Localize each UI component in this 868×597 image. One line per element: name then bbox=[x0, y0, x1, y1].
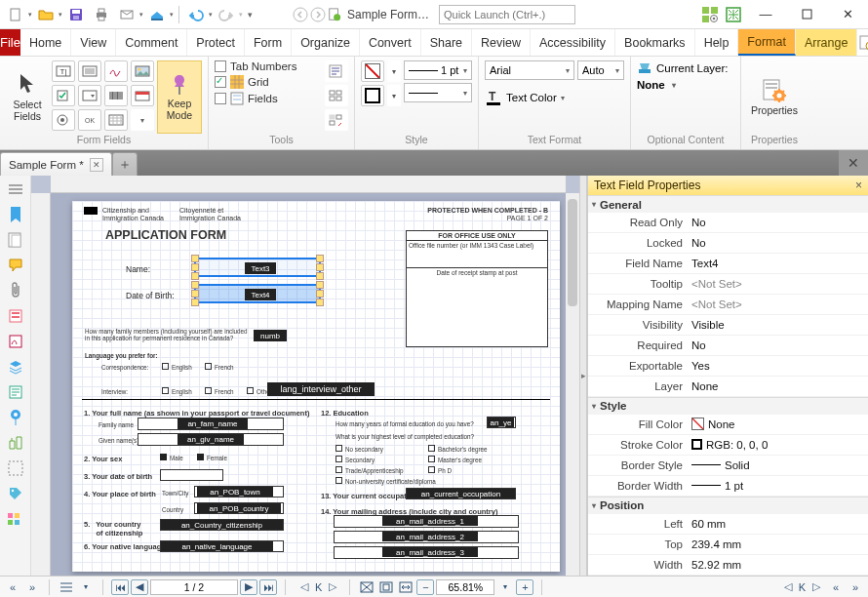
right-pane-toggle-icon[interactable]: « bbox=[827, 579, 845, 595]
redo-icon[interactable] bbox=[215, 3, 238, 26]
open-folder-icon[interactable] bbox=[34, 3, 58, 26]
prop-exportable[interactable]: ExportableYes bbox=[588, 356, 868, 377]
horizontal-ruler[interactable] bbox=[51, 176, 566, 193]
form-field-lang-interview[interactable]: lang_interview_other bbox=[267, 382, 375, 396]
barcode-tool-icon[interactable] bbox=[104, 85, 128, 106]
prop-visibility[interactable]: VisibilityVisible bbox=[588, 315, 868, 336]
tab-protect[interactable]: Protect bbox=[187, 29, 245, 56]
checkbox-icon[interactable] bbox=[335, 456, 342, 462]
checkbox-icon[interactable] bbox=[205, 387, 212, 394]
right-pane-toggle2-icon[interactable]: » bbox=[847, 579, 864, 595]
zoom-fit-icon[interactable] bbox=[377, 579, 395, 595]
font-combo[interactable]: Arial▾ bbox=[485, 60, 574, 80]
new-doc-icon[interactable] bbox=[4, 3, 27, 26]
checkbox-icon[interactable] bbox=[247, 387, 254, 394]
add-document-tab[interactable]: ＋ bbox=[112, 152, 138, 176]
form-field-giv-name[interactable]: an_giv_name bbox=[178, 434, 244, 445]
checkbox-icon[interactable] bbox=[428, 456, 435, 462]
pane-splitter[interactable]: ▸ bbox=[579, 176, 587, 576]
tab-accessibility[interactable]: Accessibility bbox=[531, 29, 615, 56]
undo-icon[interactable] bbox=[184, 3, 208, 26]
checkbox-icon[interactable] bbox=[162, 363, 169, 370]
tab-comment[interactable]: Comment bbox=[116, 29, 187, 56]
signatures-pane-icon[interactable] bbox=[6, 332, 25, 351]
prop-mapping-name[interactable]: Mapping Name<Not Set> bbox=[588, 295, 868, 315]
layers-pane-icon[interactable] bbox=[6, 357, 25, 377]
font-size-combo[interactable]: Auto▾ bbox=[577, 60, 624, 80]
tab-view[interactable]: View bbox=[71, 29, 116, 56]
tab-format[interactable]: Format bbox=[738, 29, 796, 56]
links-pane-icon[interactable] bbox=[6, 458, 25, 478]
form-field-mail-3[interactable]: an_mail_address_3 bbox=[382, 547, 478, 557]
dropdown-icon[interactable]: ▾ bbox=[131, 109, 154, 131]
tool-misc-icon[interactable] bbox=[325, 60, 348, 82]
prop-left[interactable]: Left60 mm bbox=[588, 514, 868, 535]
checkbox-icon[interactable] bbox=[335, 445, 342, 452]
thumbnails-pane-icon[interactable] bbox=[6, 230, 25, 250]
bookmarks-pane-icon[interactable] bbox=[6, 205, 25, 224]
dropdown-icon[interactable]: ▾ bbox=[28, 11, 32, 19]
form-field-text3[interactable]: Text3 bbox=[194, 258, 321, 277]
field-box[interactable] bbox=[160, 469, 223, 481]
line-weight-combo[interactable]: 1 pt▾ bbox=[404, 60, 472, 80]
zoom-input[interactable] bbox=[436, 579, 494, 595]
tags-pane-icon[interactable] bbox=[6, 484, 25, 503]
print-icon[interactable] bbox=[90, 3, 113, 26]
dropdown-icon[interactable]: ▾ bbox=[139, 11, 143, 19]
form-field-mail-1[interactable]: an_mail_address_1 bbox=[382, 516, 478, 526]
nav-back-icon[interactable] bbox=[293, 4, 308, 25]
tab-bookmarks[interactable]: Bookmarks bbox=[615, 29, 695, 56]
form-field-years-edu[interactable]: an_ye bbox=[488, 418, 514, 427]
last-page-button[interactable]: ⏭ bbox=[259, 579, 277, 595]
checkbox-icon[interactable] bbox=[162, 387, 169, 394]
fill-none-icon[interactable] bbox=[361, 60, 384, 82]
options-icon[interactable] bbox=[58, 579, 75, 595]
prop-locked[interactable]: LockedNo bbox=[588, 233, 868, 254]
stroke-color-icon[interactable] bbox=[361, 85, 384, 106]
fields-checkbox[interactable]: Fields bbox=[215, 92, 322, 105]
prop-required[interactable]: RequiredNo bbox=[588, 336, 868, 356]
left-pane-toggle-icon[interactable]: « bbox=[4, 579, 21, 595]
nav-forward-icon[interactable] bbox=[310, 4, 326, 25]
calendar-tool-icon[interactable] bbox=[104, 109, 128, 131]
prev-page-button[interactable]: ◀ bbox=[131, 579, 148, 595]
vertical-ruler[interactable] bbox=[31, 193, 51, 576]
dropdown-icon[interactable]: ▾ bbox=[77, 579, 95, 595]
button-ok-tool-icon[interactable]: OK bbox=[78, 109, 101, 131]
grid-checkbox[interactable]: Grid bbox=[215, 75, 322, 89]
tool-misc2-icon[interactable] bbox=[325, 85, 348, 106]
attachments-pane-icon[interactable] bbox=[6, 281, 25, 300]
section-style[interactable]: ▾Style bbox=[588, 397, 868, 415]
dropdown-icon[interactable]: ▾ bbox=[387, 60, 401, 82]
find-icon[interactable] bbox=[857, 33, 868, 53]
form-field-citizenship[interactable]: an_Country_citizenship bbox=[161, 520, 283, 530]
prop-width[interactable]: Width52.92 mm bbox=[588, 555, 868, 576]
zoom-in-button[interactable]: + bbox=[516, 579, 533, 595]
prop-border-width[interactable]: Border Width1 pt bbox=[588, 476, 868, 497]
next-page-button[interactable]: ▶ bbox=[240, 579, 257, 595]
dropdown-tool-icon[interactable] bbox=[78, 85, 101, 106]
close-doc-icon[interactable]: ✕ bbox=[90, 158, 103, 172]
close-active-doc-button[interactable]: ✕ bbox=[839, 150, 868, 176]
form-field-occupation[interactable]: an_current_occupation bbox=[407, 489, 515, 498]
prop-tooltip[interactable]: Tooltip<Not Set> bbox=[588, 274, 868, 295]
quick-launch-input[interactable] bbox=[439, 5, 575, 24]
rail-options-icon[interactable] bbox=[6, 179, 25, 199]
tab-review[interactable]: Review bbox=[472, 29, 531, 56]
scan-icon[interactable] bbox=[145, 3, 169, 26]
prop-stroke-color[interactable]: Stroke ColorRGB: 0, 0, 0 bbox=[588, 435, 868, 456]
prop-read-only[interactable]: Read OnlyNo bbox=[588, 213, 868, 233]
document-tab[interactable]: Sample Form * ✕ bbox=[0, 152, 112, 176]
form-field-text4[interactable]: Text4 bbox=[194, 284, 321, 303]
left-pane-toggle2-icon[interactable]: » bbox=[23, 579, 41, 595]
comments-pane-icon[interactable] bbox=[6, 256, 25, 275]
section-general[interactable]: ▾General bbox=[588, 195, 868, 213]
nav-k-left-icon[interactable]: ◁ bbox=[296, 579, 313, 595]
checkbox-icon[interactable] bbox=[197, 454, 204, 460]
dropdown-icon[interactable]: ▾ bbox=[239, 11, 243, 19]
tab-numbers-checkbox[interactable]: Tab Numbers bbox=[215, 60, 322, 72]
close-button[interactable]: ✕ bbox=[827, 0, 868, 29]
save-icon[interactable] bbox=[64, 3, 88, 26]
tab-convert[interactable]: Convert bbox=[360, 29, 421, 56]
signature-tool-icon[interactable] bbox=[104, 60, 128, 82]
